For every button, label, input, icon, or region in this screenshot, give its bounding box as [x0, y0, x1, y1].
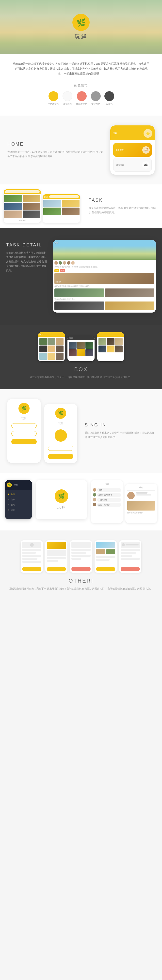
menu-dot: [8, 493, 10, 495]
signin-phones: 🌿 玩鲜 🌿 玩鲜: [7, 399, 77, 463]
swatch-label: 背景白色: [63, 103, 72, 106]
menu-dot: [8, 509, 10, 511]
box-cell: [39, 338, 47, 345]
sidebar-section: 🌿 玩鲜 首页 任务 收藏 设置 🌿 玩鲜: [0, 473, 162, 530]
menu-item-label: 首页: [11, 493, 15, 496]
task-phone-2: 探索: [43, 194, 80, 223]
other-phone-header-5: [120, 542, 140, 548]
chat-bubble: 你好！: [97, 488, 120, 492]
tag-2: 探索: [60, 269, 65, 272]
dynamic-text: 分享了新的探索任务: [127, 512, 155, 514]
dark-phone-menu: 首页 任务 收藏 设置: [5, 490, 32, 514]
swatch-circle: [63, 91, 72, 101]
avatar-1: [55, 261, 58, 265]
other-section: OTHER! 通过让您获得多种出来，完全不一 起发现我们城市！美味饮品任何地 方…: [0, 530, 162, 601]
box-cell: [48, 345, 55, 352]
box-phone-header-dark: 探索: [67, 336, 95, 340]
menu-dot: [8, 499, 10, 500]
op-bar: [120, 555, 132, 557]
home-phone-header: 玩鲜 🌟: [110, 126, 155, 140]
menu-item-task[interactable]: 任务: [7, 497, 30, 502]
profile-mock: [127, 492, 155, 499]
home-phone-frame: 玩鲜 🌟 美食探索 🍜 城市探索 🏙: [110, 126, 155, 175]
signin-button-2: [48, 454, 73, 459]
signin-phone-2: 🌿 玩鲜: [44, 404, 77, 463]
swatch-white: 背景白色: [63, 91, 72, 106]
task-detail-heading: TASK DETAIL: [6, 242, 48, 248]
avatar-5: [71, 261, 75, 265]
task-grid-cell: [43, 208, 61, 215]
task-search-bar: [49, 195, 79, 198]
other-phones: [7, 540, 155, 573]
chat-message-3: 一起来玩吧: [93, 498, 120, 502]
home-card-icon: 🍜: [142, 146, 150, 154]
detail-text-3: 更多精彩内容等您来发现...: [55, 298, 154, 301]
box-grid-3: [98, 338, 123, 352]
box-phone-title-dark: 探索: [69, 337, 73, 339]
swatch-circle: [91, 91, 101, 101]
logo-phone: 🌿 玩鲜: [36, 480, 87, 519]
home-card-icon2: 🏙: [142, 161, 149, 169]
menu-item-home[interactable]: 首页: [7, 492, 30, 497]
task-grid-cell: [4, 195, 22, 202]
home-phone-mockup: 玩鲜 🌟 美食探索 🍜 城市探索 🏙: [110, 126, 155, 175]
small-img-3: [55, 302, 104, 310]
task-phones: 城市探索 探索: [0, 185, 84, 228]
task-phone-label: 城市探索: [4, 218, 41, 223]
task-phone-grid: [43, 199, 80, 215]
swatch-circle: [48, 91, 58, 101]
avatar-4: [67, 261, 71, 265]
home-phone-body: 美食探索 🍜 城市探索 🏙: [110, 140, 155, 175]
menu-item-box[interactable]: 收藏: [7, 502, 30, 508]
color-palette-label: 颜色规范: [12, 83, 150, 88]
logo-phone-icon: 🌿: [55, 489, 68, 503]
swatch-dark: 深灰色: [104, 91, 114, 106]
swatch-circle: [77, 91, 87, 101]
signin-app-name-2: 玩鲜: [58, 422, 63, 425]
signin-text: SING IN 通过让您获得多种出来，完全不 一起发现我们城市！美味饮品任何 地…: [85, 423, 155, 439]
box-cell: [115, 338, 123, 345]
task-detail-text: TASK DETAIL 每支点让您获得整洁有序，也能直接 通过语音搜索功能，美味…: [6, 240, 48, 273]
signin-input-password: [11, 431, 37, 436]
dark-sidebar-phone: 🌿 玩鲜 首页 任务 收藏 设置: [5, 480, 32, 519]
box-cell-dark: [69, 349, 77, 356]
box-phone-title: BOX: [39, 333, 43, 336]
op-bar: [96, 556, 115, 558]
home-text: HOME 大体的框架一一推进，以相 建立模型，首先让用户可 以快速获取到身边合适…: [7, 142, 105, 159]
task-grid-cell: [4, 203, 22, 210]
box-grid-2: [69, 342, 93, 356]
task-grid-cell: [4, 210, 22, 218]
two-img-row: [55, 288, 154, 297]
task-grid-cell: [22, 195, 41, 202]
box-cell: [107, 338, 114, 345]
chat-bubble: 发现了新的美食！: [97, 493, 120, 497]
box-cell: [98, 345, 106, 352]
signin-desc: 通过让您获得多种出来，完全不 一起发现我们城市！美味饮品任何 地方地方至少的回归…: [85, 431, 155, 439]
chat-bubble: 一起来玩吧: [97, 498, 120, 502]
op-bar: [22, 549, 42, 551]
chat-phone-title: 消息: [93, 482, 120, 487]
task-phone-header: [4, 189, 41, 194]
other-small-img: [106, 549, 115, 554]
box-desc: 通过让您获得多种出来，完全不 一起发现我们城市！美味饮品任何 地方地方至少的回归…: [6, 375, 156, 379]
home-heading: HOME: [7, 142, 105, 147]
task-grid-cell: [43, 200, 61, 207]
box-phone-2: 探索: [67, 336, 95, 361]
phone-detail-content: 这里是任务详情内容，包含美食探索和城市体验相关信息。 美食 探索 美食探索 发现…: [53, 260, 156, 312]
other-btn-yellow-3: [96, 567, 115, 571]
box-cell: [56, 338, 64, 345]
task-detail-desc: 每支点让您获得整洁有序，也能直接 通过语音搜索功能，美味饮品任何地 方都能找到。…: [6, 251, 48, 273]
other-phone-4: [95, 540, 117, 573]
avatars-row: [55, 261, 154, 265]
profile-info: [136, 492, 155, 499]
op-bar: [96, 559, 109, 561]
chat-avatar: [93, 488, 96, 492]
menu-item-settings[interactable]: 设置: [7, 508, 30, 512]
avatar-2: [59, 261, 62, 265]
other-phone-content-5: [120, 542, 140, 571]
op-bar: [120, 552, 136, 554]
menu-item-label: 设置: [11, 509, 15, 511]
signin-logo: 🌿: [18, 403, 30, 414]
hero-section: 🌿 玩鲜: [0, 0, 162, 54]
box-phone-screen-3: [97, 337, 124, 354]
